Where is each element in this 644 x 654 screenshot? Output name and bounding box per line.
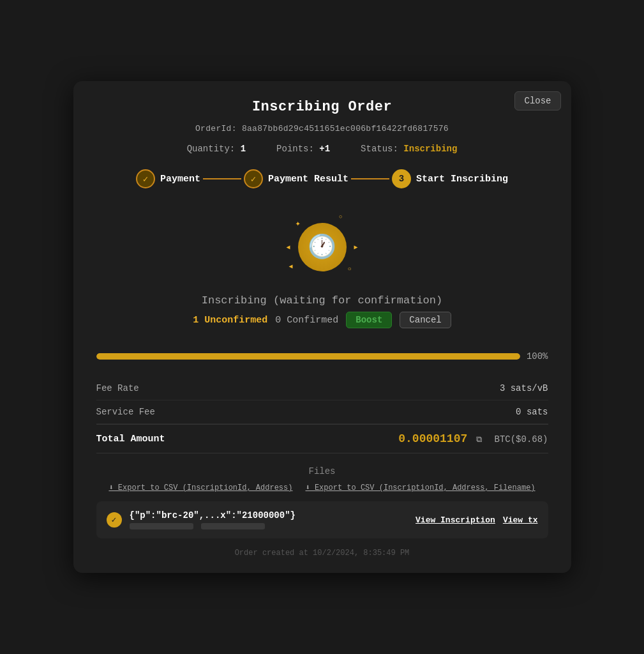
quantity-field: Quantity: 1 [187,144,246,154]
step-start-inscribing-label: Start Inscribing [416,174,508,185]
files-title: Files [96,466,548,476]
export-links: ⬇ Export to CSV (InscriptionId, Address)… [96,483,548,492]
footer-timestamp: Order created at 10/2/2024, 8:35:49 PM [96,549,548,558]
boost-button[interactable]: Boost [346,312,392,328]
modal-title: Inscribing Order [96,99,548,115]
total-amount-value: 0.00001107 [398,432,467,445]
fee-rate-row: Fee Rate 3 sats/vB [96,377,548,400]
step-payment-label: Payment [160,174,200,185]
order-id: OrderId: 8aa87bb6d29c4511651ec006bf16422… [96,124,548,133]
sparkle-br-icon: ○ [347,266,351,273]
file-check-icon: ✓ [107,512,122,528]
meta-row: Quantity: 1 Points: +1 Status: Inscribin… [96,144,548,154]
total-amount-unit: BTC($0.68) [494,434,548,445]
export-csv-2-link[interactable]: ⬇ Export to CSV (InscriptionId, Address,… [305,483,535,492]
sparkle-bl-icon: ◀ [289,262,293,270]
service-fee-row: Service Fee 0 sats [96,400,548,424]
sparkle-mr-icon: ▶ [354,243,357,251]
confirmed-count: 0 Confirmed [275,315,338,326]
clock-wrapper: ✦ ○ ◀ ○ ◀ ▶ 🕐 [284,209,361,285]
step-payment-result: ✓ Payment Result [244,169,348,188]
file-sub-item-2 [201,523,265,529]
service-fee-label: Service Fee [96,407,155,417]
file-item: ✓ {"p":"brc-20",...x":"21000000"} View I… [96,501,548,538]
fee-rate-value: 3 sats/vB [500,383,548,393]
step-payment-result-icon: ✓ [244,169,263,188]
file-info: {"p":"brc-20",...x":"21000000"} [130,510,408,529]
step-payment-result-label: Payment Result [268,174,348,185]
steps-row: ✓ Payment ✓ Payment Result 3 Start Inscr… [96,169,548,188]
view-tx-link[interactable]: View tx [503,515,538,525]
inscribing-status-label: Inscribing (waiting for confirmation) [202,294,442,307]
inscribing-order-modal: Close Inscribing Order OrderId: 8aa87bb6… [73,81,571,573]
total-amount-row: Total Amount 0.00001107 ⧉ BTC($0.68) [96,424,548,453]
progress-bar-background [96,353,520,360]
step-payment: ✓ Payment [136,169,200,188]
file-actions: View Inscription View tx [416,515,537,525]
sparkle-tr-icon: ○ [339,214,342,220]
fee-rate-label: Fee Rate [96,383,139,393]
progress-label: 100% [527,351,548,361]
file-name: {"p":"brc-20",...x":"21000000"} [130,510,408,521]
close-button[interactable]: Close [514,91,560,110]
progress-row: 100% [96,351,548,361]
status-field: Status: Inscribing [361,144,457,154]
progress-bar-fill [96,353,520,360]
view-inscription-link[interactable]: View Inscription [416,515,495,525]
step-start-inscribing: 3 Start Inscribing [392,169,508,188]
total-amount-value-group: 0.00001107 ⧉ BTC($0.68) [398,432,548,445]
copy-icon[interactable]: ⧉ [476,435,482,445]
points-field: Points: +1 [276,144,330,154]
confirm-row: 1 Unconfirmed 0 Confirmed Boost Cancel [193,312,451,328]
sparkle-ml-icon: ◀ [287,243,290,251]
cancel-button[interactable]: Cancel [400,312,451,328]
files-section: Files ⬇ Export to CSV (InscriptionId, Ad… [96,466,548,538]
service-fee-value: 0 sats [516,407,548,417]
step-line-2 [351,178,389,179]
clock-area: ✦ ○ ◀ ○ ◀ ▶ 🕐 Inscribing (waiting for co… [96,209,548,341]
export-csv-1-link[interactable]: ⬇ Export to CSV (InscriptionId, Address) [109,483,292,492]
file-sub-item-1 [130,523,193,529]
step-payment-icon: ✓ [136,169,155,188]
step-line-1 [203,178,241,179]
unconfirmed-count: 1 Unconfirmed [193,315,267,326]
file-sub-info [130,523,408,529]
sparkle-tl-icon: ✦ [296,218,301,229]
step-start-inscribing-icon: 3 [392,169,411,188]
clock-icon: 🕐 [298,223,347,271]
total-amount-label: Total Amount [96,434,165,445]
